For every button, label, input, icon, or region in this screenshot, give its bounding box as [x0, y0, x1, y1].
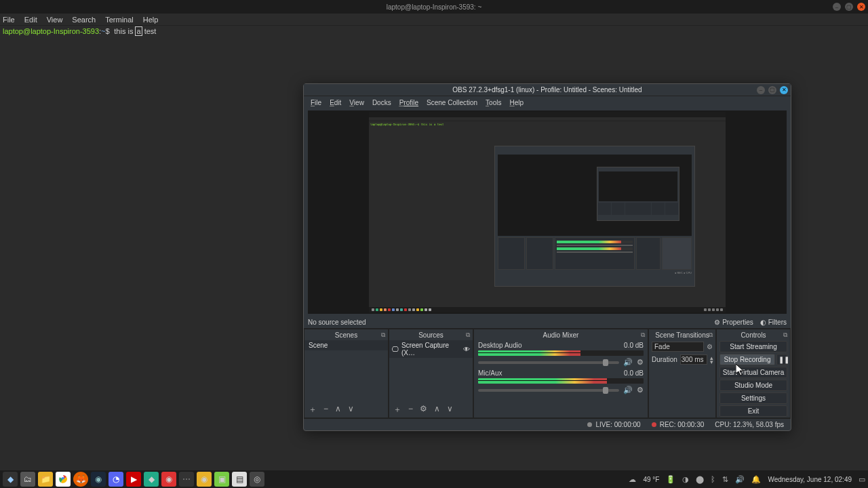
settings-button[interactable]: Settings [719, 392, 787, 404]
remove-scene-button[interactable]: − [323, 404, 328, 415]
transition-settings-icon[interactable]: ⚙ [707, 343, 713, 350]
obs-menu-view[interactable]: View [349, 99, 364, 106]
volume-slider[interactable] [478, 361, 619, 364]
popout-icon[interactable]: ⧉ [466, 331, 470, 339]
notifications-icon[interactable]: 🔔 [751, 475, 761, 484]
spinner-icon[interactable]: ▴▾ [710, 356, 713, 364]
source-down-button[interactable]: ∨ [447, 404, 453, 415]
discord-icon[interactable]: ◔ [108, 472, 123, 487]
studio-mode-button[interactable]: Studio Mode [719, 380, 787, 391]
vu-meter [478, 350, 644, 356]
obs-menu-tools[interactable]: Tools [486, 99, 501, 106]
obs-source-bar: No source selected ⚙Properties ◐Filters [304, 316, 791, 328]
volume-slider[interactable] [478, 389, 619, 392]
obs-titlebar[interactable]: OBS 27.2.3+dfsg1-1 (linux) - Profile: Un… [304, 84, 791, 96]
obs-minimize-icon[interactable]: – [757, 86, 765, 94]
chrome-icon[interactable] [56, 472, 71, 487]
bluetooth-icon[interactable]: ᛒ [711, 475, 715, 483]
start-menu-button[interactable]: ◆ [3, 472, 18, 487]
track-settings-icon[interactable]: ⚙ [637, 358, 644, 367]
speaker-icon[interactable]: 🔊 [623, 358, 633, 367]
minimize-icon[interactable]: – [833, 3, 841, 11]
youtube-icon[interactable]: ▶ [126, 472, 141, 487]
app-icon-5[interactable]: ▣ [214, 472, 229, 487]
menu-view[interactable]: View [47, 16, 63, 24]
files-icon[interactable]: 📁 [38, 472, 53, 487]
popout-icon[interactable]: ⧉ [641, 331, 645, 339]
add-source-button[interactable]: ＋ [393, 404, 401, 415]
app-icon-6[interactable]: ▤ [232, 472, 247, 487]
steam-icon[interactable]: ◉ [91, 472, 106, 487]
remove-source-button[interactable]: − [408, 404, 413, 415]
obs-menu-help[interactable]: Help [509, 99, 524, 106]
app-icon-2[interactable]: ◉ [161, 472, 176, 487]
weather-icon[interactable]: ☁ [629, 475, 636, 484]
popout-icon[interactable]: ⧉ [709, 331, 713, 339]
scene-down-button[interactable]: ∨ [348, 404, 354, 415]
maximize-icon[interactable]: ▢ [845, 3, 853, 11]
exit-button[interactable]: Exit [719, 405, 787, 417]
live-dot-icon [587, 422, 592, 427]
file-manager-icon[interactable]: 🗂 [20, 472, 35, 487]
transitions-title: Scene Transitions [655, 331, 709, 339]
mixer-track-desktop: Desktop Audio 0.0 dB 🔊 ⚙ [474, 340, 648, 368]
app-icon-4[interactable]: ◉ [197, 472, 212, 487]
obs-close-icon[interactable]: ✕ [780, 86, 788, 94]
transition-select[interactable]: Fade [652, 342, 704, 352]
obs-tray-icon[interactable]: ⬤ [696, 475, 704, 484]
obs-menu-edit[interactable]: Edit [330, 99, 341, 106]
filters-button[interactable]: ◐Filters [760, 319, 787, 326]
menu-search[interactable]: Search [72, 16, 96, 24]
temperature[interactable]: 49 °F [643, 476, 659, 483]
app-icon-7[interactable]: ◎ [250, 472, 264, 487]
clock[interactable]: Wednesday, June 12, 02:49 [768, 476, 852, 483]
scenes-toolbar: ＋ − ∧ ∨ [304, 402, 388, 418]
volume-icon[interactable]: 🔊 [735, 475, 745, 484]
mixer-track-mic: Mic/Aux 0.0 dB 🔊 ⚙ [474, 368, 648, 396]
scene-up-button[interactable]: ∧ [335, 404, 341, 415]
prompt-user: laptop@laptop-Inspiron-3593 [3, 27, 99, 35]
speaker-icon[interactable]: 🔊 [623, 386, 633, 394]
app-icon-3[interactable]: ⋯ [179, 472, 194, 487]
firefox-icon[interactable]: 🦊 [73, 472, 88, 487]
terminal-body[interactable]: laptop@laptop-Inspiron-3593:~$ this is a… [0, 26, 868, 37]
typed-text-after: test [142, 27, 157, 35]
track-db: 0.0 dB [624, 369, 644, 377]
obs-preview[interactable]: laptop@laptop-Inspiron-3593:~$ this is a… [308, 110, 787, 314]
no-source-label: No source selected [308, 319, 366, 326]
popout-icon[interactable]: ⧉ [783, 331, 787, 339]
scene-item[interactable]: Scene [304, 340, 388, 350]
obs-menu-profile[interactable]: Profile [399, 99, 418, 106]
menu-help[interactable]: Help [143, 16, 159, 24]
properties-button[interactable]: ⚙Properties [714, 319, 753, 326]
obs-menu-docks[interactable]: Docks [372, 99, 391, 106]
pause-recording-button[interactable]: ❚❚ [776, 354, 787, 365]
obs-maximize-icon[interactable]: ▢ [768, 86, 776, 94]
source-item[interactable]: 🖵 Screen Capture (X… 👁 [389, 340, 473, 358]
network-icon[interactable]: ⇅ [722, 475, 728, 484]
popout-icon[interactable]: ⧉ [381, 331, 385, 339]
close-icon[interactable]: ✕ [857, 3, 865, 11]
menu-edit[interactable]: Edit [24, 16, 37, 24]
battery-icon[interactable]: 🔋 [666, 475, 675, 484]
transitions-panel: Scene Transitions⧉ Fade ⚙ Duration ▴▾ [648, 329, 716, 418]
eye-icon[interactable]: 👁 [463, 346, 470, 353]
menu-file[interactable]: File [3, 16, 15, 24]
start-virtual-camera-button[interactable]: Start Virtual Camera [719, 367, 787, 378]
terminal-titlebar: laptop@laptop-Inspiron-3593: ~ – ▢ ✕ [0, 0, 868, 14]
show-desktop-icon[interactable]: ▭ [859, 475, 865, 484]
add-scene-button[interactable]: ＋ [309, 404, 317, 415]
source-settings-button[interactable]: ⚙ [420, 404, 427, 415]
duration-input[interactable] [680, 354, 707, 365]
obs-menu-file[interactable]: File [311, 99, 321, 106]
sources-toolbar: ＋ − ⚙ ∧ ∨ [389, 402, 473, 418]
track-settings-icon[interactable]: ⚙ [637, 386, 644, 394]
obs-menu-scene-collection[interactable]: Scene Collection [427, 99, 477, 106]
app-icon-1[interactable]: ◆ [144, 472, 159, 487]
tray-icon-1[interactable]: ◑ [682, 475, 689, 484]
stop-recording-button[interactable]: Stop Recording [719, 354, 775, 365]
menu-terminal[interactable]: Terminal [105, 16, 134, 24]
source-up-button[interactable]: ∧ [434, 404, 440, 415]
start-streaming-button[interactable]: Start Streaming [719, 341, 787, 352]
rec-dot-icon [652, 422, 656, 427]
